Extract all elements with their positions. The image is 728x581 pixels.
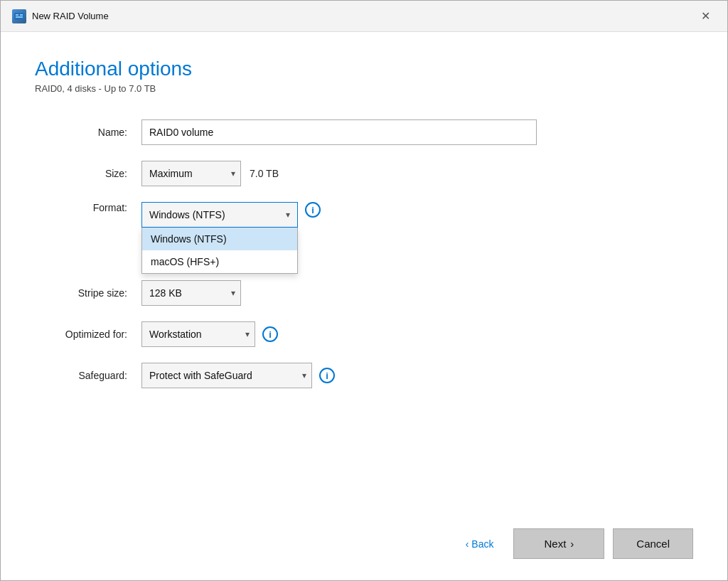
stripe-select[interactable]: 128 KB	[141, 280, 241, 306]
next-button[interactable]: Next ›	[513, 528, 604, 559]
safeguard-label: Safeguard:	[35, 370, 141, 381]
window-title: New RAID Volume	[32, 11, 109, 21]
stripe-control: 128 KB	[141, 280, 241, 306]
size-row: Size: Maximum 7.0 TB	[35, 161, 693, 186]
format-select-area: Windows (NTFS) ▾ Windows (NTFS) macOS (H…	[141, 202, 298, 228]
optimized-info-icon[interactable]: i	[262, 326, 278, 342]
svg-rect-1	[16, 14, 18, 16]
format-option-ntfs[interactable]: Windows (NTFS)	[142, 228, 297, 250]
close-button[interactable]: ✕	[695, 6, 716, 26]
cancel-button[interactable]: Cancel	[613, 528, 693, 559]
safeguard-select-wrapper: Protect with SafeGuard	[141, 363, 312, 388]
advanced-row: ˄ Advanced	[35, 246, 693, 265]
page-subtitle: RAID0, 4 disks - Up to 7.0 TB	[35, 83, 693, 94]
format-label: Format:	[35, 202, 141, 213]
safeguard-row: Safeguard: Protect with SafeGuard i	[35, 363, 693, 388]
format-chevron-icon: ▾	[286, 210, 290, 220]
size-select[interactable]: Maximum	[141, 161, 241, 186]
size-control: Maximum 7.0 TB	[141, 161, 279, 186]
optimized-select[interactable]: Workstation	[141, 321, 255, 347]
size-value: 7.0 TB	[250, 168, 279, 179]
optimized-select-wrapper: Workstation	[141, 321, 255, 347]
cancel-label: Cancel	[636, 538, 670, 550]
name-control	[141, 119, 537, 145]
format-info-icon[interactable]: i	[305, 202, 321, 218]
back-button[interactable]: ‹ Back	[454, 531, 505, 557]
back-label: Back	[471, 538, 493, 550]
svg-rect-2	[20, 14, 23, 16]
dialog-content: Additional options RAID0, 4 disks - Up t…	[1, 32, 727, 580]
safeguard-select[interactable]: Protect with SafeGuard	[141, 363, 312, 388]
stripe-row: Stripe size: 128 KB	[35, 280, 693, 306]
dialog-footer: ‹ Back Next › Cancel	[35, 514, 693, 566]
format-option-hfs[interactable]: macOS (HFS+)	[142, 250, 297, 273]
dialog-window: New RAID Volume ✕ Additional options RAI…	[0, 0, 728, 581]
form-area: Name: Size: Maximum 7.0 TB	[35, 119, 693, 404]
name-row: Name:	[35, 119, 693, 145]
app-icon	[12, 9, 26, 23]
title-bar-left: New RAID Volume	[12, 9, 109, 23]
title-bar: New RAID Volume ✕	[1, 1, 727, 32]
optimized-row: Optimized for: Workstation i	[35, 321, 693, 347]
stripe-label: Stripe size:	[35, 287, 141, 299]
next-label: Next	[544, 538, 566, 550]
size-select-wrapper: Maximum	[141, 161, 241, 186]
next-chevron-icon: ›	[570, 538, 574, 550]
svg-rect-3	[16, 16, 23, 18]
format-row: Format: Windows (NTFS) ▾ Windows (NTFS) …	[35, 202, 693, 228]
stripe-select-wrapper: 128 KB	[141, 280, 241, 306]
format-dropdown: Windows (NTFS) macOS (HFS+)	[141, 228, 298, 274]
size-label: Size:	[35, 168, 141, 179]
safeguard-control: Protect with SafeGuard i	[141, 363, 335, 388]
name-input[interactable]	[141, 119, 537, 145]
format-control: Windows (NTFS) ▾ Windows (NTFS) macOS (H…	[141, 202, 321, 228]
format-select-box[interactable]: Windows (NTFS) ▾	[141, 202, 298, 228]
name-label: Name:	[35, 127, 141, 138]
back-chevron-icon: ‹	[466, 538, 469, 550]
optimized-control: Workstation i	[141, 321, 278, 347]
page-title: Additional options	[35, 58, 693, 80]
safeguard-info-icon[interactable]: i	[319, 368, 335, 383]
format-selected-value: Windows (NTFS)	[149, 209, 225, 220]
optimized-label: Optimized for:	[35, 329, 141, 340]
